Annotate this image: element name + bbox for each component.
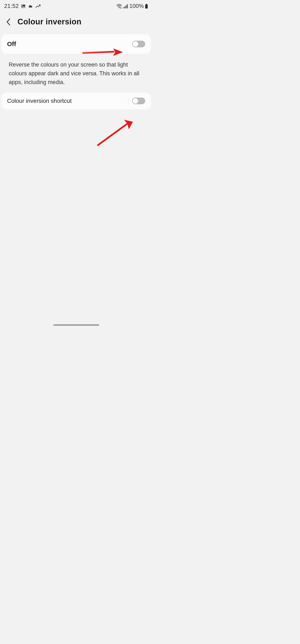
svg-point-1 bbox=[22, 5, 23, 6]
main-toggle-switch[interactable] bbox=[132, 41, 145, 47]
svg-point-2 bbox=[119, 7, 120, 8]
description-text: Reverse the colours on your screen so th… bbox=[0, 58, 152, 90]
status-bar: 21:52 100% bbox=[0, 0, 152, 12]
svg-rect-8 bbox=[146, 4, 147, 4]
chevron-left-icon bbox=[6, 18, 11, 26]
status-left: 21:52 bbox=[4, 3, 41, 10]
battery-percent: 100% bbox=[129, 3, 144, 10]
gesture-pill bbox=[53, 324, 99, 326]
divider bbox=[128, 97, 128, 105]
screen: 21:52 100% Co bbox=[0, 0, 152, 327]
toggle-knob bbox=[132, 41, 138, 47]
trend-icon bbox=[35, 4, 41, 8]
svg-rect-3 bbox=[123, 7, 124, 8]
back-button[interactable] bbox=[6, 18, 11, 26]
cloud-icon bbox=[28, 4, 33, 8]
battery-icon bbox=[145, 4, 148, 9]
gesture-bar bbox=[0, 324, 152, 326]
shortcut-toggle-switch[interactable] bbox=[132, 98, 145, 104]
svg-rect-4 bbox=[125, 6, 125, 8]
shortcut-label: Colour inversion shortcut bbox=[7, 98, 126, 104]
image-icon bbox=[21, 4, 26, 9]
annotation-arrow-2 bbox=[96, 118, 135, 147]
signal-icon bbox=[123, 4, 128, 8]
svg-rect-7 bbox=[145, 4, 148, 8]
status-time: 21:52 bbox=[4, 3, 19, 10]
svg-rect-5 bbox=[126, 5, 127, 8]
main-toggle-label: Off bbox=[7, 40, 16, 48]
page-title: Colour inversion bbox=[17, 17, 81, 26]
page-header: Colour inversion bbox=[0, 12, 152, 34]
main-toggle-card: Off bbox=[1, 34, 151, 54]
toggle-knob bbox=[132, 98, 138, 104]
shortcut-row[interactable]: Colour inversion shortcut bbox=[1, 92, 151, 109]
status-right: 100% bbox=[116, 3, 148, 10]
wifi-icon bbox=[116, 4, 122, 8]
svg-rect-6 bbox=[127, 4, 128, 8]
